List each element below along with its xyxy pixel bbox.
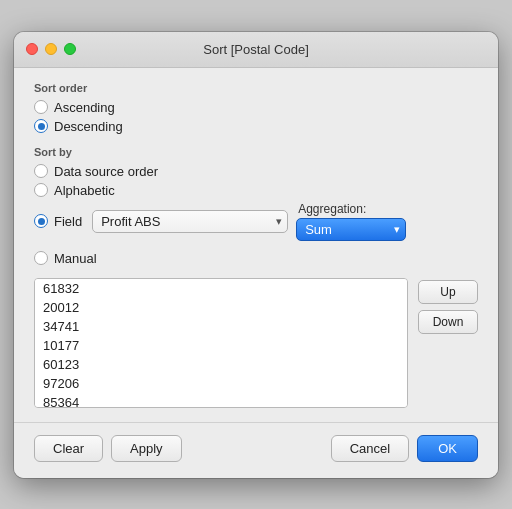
clear-button[interactable]: Clear <box>34 435 103 462</box>
field-select-wrapper: Profit ABS <box>92 210 288 233</box>
minimize-button[interactable] <box>45 43 57 55</box>
field-radio-circle <box>34 214 48 228</box>
aggregation-select[interactable]: Sum <box>296 218 406 241</box>
field-select-group: Profit ABS Aggregation: Sum <box>92 202 478 241</box>
sort-by-section: Sort by Data source order Alphabetic Fie… <box>34 146 478 266</box>
sort-order-radio-group: Ascending Descending <box>34 100 478 134</box>
titlebar: Sort [Postal Code] <box>14 32 498 68</box>
maximize-button[interactable] <box>64 43 76 55</box>
sort-by-data-source[interactable]: Data source order <box>34 164 478 179</box>
alphabetic-radio-circle <box>34 183 48 197</box>
list-item[interactable]: 97206 <box>35 374 407 393</box>
sort-by-radio-group: Data source order Alphabetic Field <box>34 164 478 266</box>
manual-list[interactable]: 61832 20012 34741 10177 60123 97206 8536… <box>34 278 408 408</box>
sort-by-label: Sort by <box>34 146 478 158</box>
sort-by-field[interactable]: Field <box>34 214 82 229</box>
aggregation-select-wrapper: Sum <box>296 218 406 241</box>
manual-radio-label: Manual <box>54 251 97 266</box>
sort-order-ascending[interactable]: Ascending <box>34 100 478 115</box>
up-down-buttons: Up Down <box>418 278 478 334</box>
titlebar-buttons <box>26 43 76 55</box>
apply-button[interactable]: Apply <box>111 435 182 462</box>
down-button[interactable]: Down <box>418 310 478 334</box>
sort-by-manual[interactable]: Manual <box>34 251 478 266</box>
ascending-radio-circle <box>34 100 48 114</box>
sort-order-section: Sort order Ascending Descending <box>34 82 478 134</box>
list-item[interactable]: 61832 <box>35 279 407 298</box>
dialog-content: Sort order Ascending Descending Sort by <box>14 68 498 422</box>
sort-order-label: Sort order <box>34 82 478 94</box>
cancel-button[interactable]: Cancel <box>331 435 409 462</box>
sort-by-field-row: Field Profit ABS Aggregation: <box>34 202 478 241</box>
list-item[interactable]: 60123 <box>35 355 407 374</box>
sort-order-descending[interactable]: Descending <box>34 119 478 134</box>
close-button[interactable] <box>26 43 38 55</box>
descending-radio-circle <box>34 119 48 133</box>
descending-radio-label: Descending <box>54 119 123 134</box>
manual-list-row: 61832 20012 34741 10177 60123 97206 8536… <box>34 278 478 408</box>
aggregation-label: Aggregation: <box>298 202 406 216</box>
footer-right-buttons: Cancel OK <box>331 435 478 462</box>
data-source-radio-circle <box>34 164 48 178</box>
list-item[interactable]: 85364 <box>35 393 407 408</box>
aggregation-group: Aggregation: Sum <box>296 202 406 241</box>
sort-by-alphabetic[interactable]: Alphabetic <box>34 183 478 198</box>
sort-dialog: Sort [Postal Code] Sort order Ascending … <box>14 32 498 478</box>
ascending-radio-label: Ascending <box>54 100 115 115</box>
alphabetic-radio-label: Alphabetic <box>54 183 115 198</box>
manual-radio-circle <box>34 251 48 265</box>
field-select[interactable]: Profit ABS <box>92 210 288 233</box>
ok-button[interactable]: OK <box>417 435 478 462</box>
field-radio-label: Field <box>54 214 82 229</box>
footer-left-buttons: Clear Apply <box>34 435 182 462</box>
list-item[interactable]: 20012 <box>35 298 407 317</box>
dialog-footer: Clear Apply Cancel OK <box>14 422 498 478</box>
list-item[interactable]: 10177 <box>35 336 407 355</box>
list-item[interactable]: 34741 <box>35 317 407 336</box>
data-source-radio-label: Data source order <box>54 164 158 179</box>
up-button[interactable]: Up <box>418 280 478 304</box>
window-title: Sort [Postal Code] <box>203 42 309 57</box>
